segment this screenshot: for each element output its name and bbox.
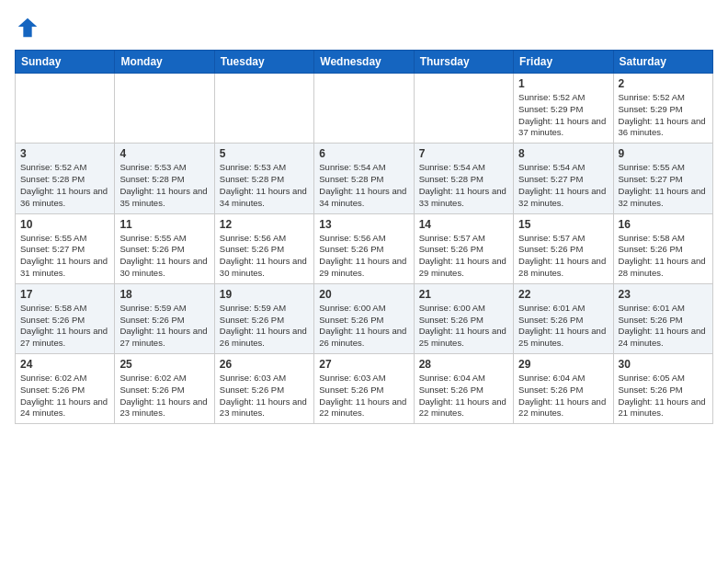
calendar-cell: 16Sunrise: 5:58 AM Sunset: 5:26 PM Dayli…: [613, 213, 712, 283]
calendar-cell: 2Sunrise: 5:52 AM Sunset: 5:29 PM Daylig…: [613, 74, 712, 144]
day-info: Sunrise: 6:00 AM Sunset: 5:26 PM Dayligh…: [419, 303, 508, 350]
day-number: 25: [119, 358, 209, 371]
calendar-cell: 14Sunrise: 5:57 AM Sunset: 5:26 PM Dayli…: [414, 213, 513, 283]
day-info: Sunrise: 5:54 AM Sunset: 5:27 PM Dayligh…: [518, 162, 608, 209]
calendar-table: SundayMondayTuesdayWednesdayThursdayFrid…: [15, 50, 713, 424]
calendar-cell: 25Sunrise: 6:02 AM Sunset: 5:26 PM Dayli…: [115, 354, 214, 424]
calendar-cell: 20Sunrise: 6:00 AM Sunset: 5:26 PM Dayli…: [314, 283, 414, 353]
day-number: 1: [518, 77, 608, 90]
day-info: Sunrise: 5:56 AM Sunset: 5:26 PM Dayligh…: [319, 233, 408, 280]
day-info: Sunrise: 6:05 AM Sunset: 5:26 PM Dayligh…: [619, 373, 708, 419]
day-number: 8: [518, 147, 608, 160]
calendar-cell: 28Sunrise: 6:04 AM Sunset: 5:26 PM Dayli…: [414, 354, 513, 424]
calendar-cell: [115, 74, 214, 144]
calendar-cell: [314, 74, 414, 144]
calendar-cell: 27Sunrise: 6:03 AM Sunset: 5:26 PM Dayli…: [314, 354, 414, 424]
day-info: Sunrise: 6:01 AM Sunset: 5:26 PM Dayligh…: [619, 303, 708, 350]
day-info: Sunrise: 6:03 AM Sunset: 5:26 PM Dayligh…: [319, 373, 408, 419]
day-info: Sunrise: 5:52 AM Sunset: 5:29 PM Dayligh…: [518, 92, 608, 139]
weekday-header-thursday: Thursday: [414, 51, 513, 74]
calendar-cell: 17Sunrise: 5:58 AM Sunset: 5:26 PM Dayli…: [16, 283, 115, 353]
day-number: 28: [419, 358, 508, 371]
day-info: Sunrise: 5:52 AM Sunset: 5:28 PM Dayligh…: [20, 162, 109, 209]
day-number: 26: [220, 358, 309, 371]
day-number: 4: [119, 147, 209, 160]
day-number: 24: [20, 358, 109, 371]
calendar-cell: 9Sunrise: 5:55 AM Sunset: 5:27 PM Daylig…: [613, 144, 712, 213]
day-info: Sunrise: 5:54 AM Sunset: 5:28 PM Dayligh…: [419, 162, 508, 209]
day-number: 5: [220, 147, 309, 160]
day-number: 3: [20, 147, 109, 160]
day-info: Sunrise: 5:53 AM Sunset: 5:28 PM Dayligh…: [220, 162, 309, 209]
day-number: 15: [518, 218, 608, 231]
calendar-cell: 24Sunrise: 6:02 AM Sunset: 5:26 PM Dayli…: [16, 354, 115, 424]
calendar-cell: 18Sunrise: 5:59 AM Sunset: 5:26 PM Dayli…: [115, 283, 214, 353]
calendar-cell: 10Sunrise: 5:55 AM Sunset: 5:27 PM Dayli…: [16, 213, 115, 283]
calendar-week-row: 17Sunrise: 5:58 AM Sunset: 5:26 PM Dayli…: [16, 283, 713, 353]
day-number: 18: [119, 288, 209, 301]
day-number: 12: [220, 218, 309, 231]
day-number: 17: [20, 288, 109, 301]
day-number: 27: [319, 358, 408, 371]
calendar-cell: [214, 74, 313, 144]
calendar-cell: [16, 74, 115, 144]
day-number: 23: [619, 288, 708, 301]
weekday-header-friday: Friday: [514, 51, 613, 74]
calendar-cell: 13Sunrise: 5:56 AM Sunset: 5:26 PM Dayli…: [314, 213, 414, 283]
day-info: Sunrise: 5:58 AM Sunset: 5:26 PM Dayligh…: [619, 233, 708, 280]
weekday-header-sunday: Sunday: [16, 51, 115, 74]
day-info: Sunrise: 5:56 AM Sunset: 5:26 PM Dayligh…: [220, 233, 309, 280]
calendar-cell: 21Sunrise: 6:00 AM Sunset: 5:26 PM Dayli…: [414, 283, 513, 353]
weekday-header-row: SundayMondayTuesdayWednesdayThursdayFrid…: [16, 51, 713, 74]
calendar-cell: 3Sunrise: 5:52 AM Sunset: 5:28 PM Daylig…: [16, 144, 115, 213]
calendar-cell: 22Sunrise: 6:01 AM Sunset: 5:26 PM Dayli…: [514, 283, 613, 353]
day-info: Sunrise: 5:57 AM Sunset: 5:26 PM Dayligh…: [518, 233, 608, 280]
day-info: Sunrise: 6:01 AM Sunset: 5:26 PM Dayligh…: [518, 303, 608, 350]
calendar-cell: 7Sunrise: 5:54 AM Sunset: 5:28 PM Daylig…: [414, 144, 513, 213]
logo: [15, 15, 44, 40]
calendar-cell: 1Sunrise: 5:52 AM Sunset: 5:29 PM Daylig…: [514, 74, 613, 144]
calendar-week-row: 10Sunrise: 5:55 AM Sunset: 5:27 PM Dayli…: [16, 213, 713, 283]
weekday-header-tuesday: Tuesday: [214, 51, 313, 74]
calendar-cell: 15Sunrise: 5:57 AM Sunset: 5:26 PM Dayli…: [514, 213, 613, 283]
calendar-cell: 29Sunrise: 6:04 AM Sunset: 5:26 PM Dayli…: [514, 354, 613, 424]
day-info: Sunrise: 6:03 AM Sunset: 5:26 PM Dayligh…: [220, 373, 309, 419]
weekday-header-saturday: Saturday: [613, 51, 712, 74]
day-number: 11: [119, 218, 209, 231]
day-number: 16: [619, 218, 708, 231]
day-number: 10: [20, 218, 109, 231]
calendar-cell: 30Sunrise: 6:05 AM Sunset: 5:26 PM Dayli…: [613, 354, 712, 424]
day-number: 19: [220, 288, 309, 301]
calendar-header: SundayMondayTuesdayWednesdayThursdayFrid…: [16, 51, 713, 74]
day-number: 2: [619, 77, 708, 90]
day-number: 9: [619, 147, 708, 160]
day-info: Sunrise: 5:59 AM Sunset: 5:26 PM Dayligh…: [220, 303, 309, 350]
day-number: 21: [419, 288, 508, 301]
calendar-cell: 19Sunrise: 5:59 AM Sunset: 5:26 PM Dayli…: [214, 283, 313, 353]
day-info: Sunrise: 5:52 AM Sunset: 5:29 PM Dayligh…: [619, 92, 708, 139]
calendar-cell: 12Sunrise: 5:56 AM Sunset: 5:26 PM Dayli…: [214, 213, 313, 283]
calendar-cell: 5Sunrise: 5:53 AM Sunset: 5:28 PM Daylig…: [214, 144, 313, 213]
day-number: 7: [419, 147, 508, 160]
logo-icon: [15, 15, 40, 40]
weekday-header-monday: Monday: [115, 51, 214, 74]
day-number: 14: [419, 218, 508, 231]
day-info: Sunrise: 5:55 AM Sunset: 5:26 PM Dayligh…: [119, 233, 209, 280]
day-info: Sunrise: 5:55 AM Sunset: 5:27 PM Dayligh…: [619, 162, 708, 209]
day-info: Sunrise: 5:58 AM Sunset: 5:26 PM Dayligh…: [20, 303, 109, 350]
calendar-week-row: 3Sunrise: 5:52 AM Sunset: 5:28 PM Daylig…: [16, 144, 713, 213]
day-number: 6: [319, 147, 408, 160]
day-info: Sunrise: 6:02 AM Sunset: 5:26 PM Dayligh…: [20, 373, 109, 419]
day-info: Sunrise: 5:55 AM Sunset: 5:27 PM Dayligh…: [20, 233, 109, 280]
calendar-cell: 23Sunrise: 6:01 AM Sunset: 5:26 PM Dayli…: [613, 283, 712, 353]
page-header: [15, 15, 713, 40]
calendar-week-row: 24Sunrise: 6:02 AM Sunset: 5:26 PM Dayli…: [16, 354, 713, 424]
calendar-cell: 4Sunrise: 5:53 AM Sunset: 5:28 PM Daylig…: [115, 144, 214, 213]
day-info: Sunrise: 6:02 AM Sunset: 5:26 PM Dayligh…: [119, 373, 209, 419]
day-info: Sunrise: 6:00 AM Sunset: 5:26 PM Dayligh…: [319, 303, 408, 350]
day-info: Sunrise: 6:04 AM Sunset: 5:26 PM Dayligh…: [419, 373, 508, 419]
calendar-cell: 11Sunrise: 5:55 AM Sunset: 5:26 PM Dayli…: [115, 213, 214, 283]
day-number: 13: [319, 218, 408, 231]
calendar-cell: 6Sunrise: 5:54 AM Sunset: 5:28 PM Daylig…: [314, 144, 414, 213]
day-number: 22: [518, 288, 608, 301]
